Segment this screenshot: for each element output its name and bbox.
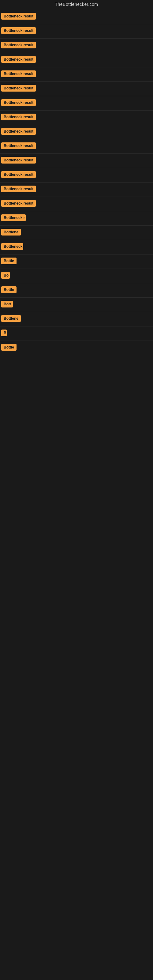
badge-row: Bottle — [0, 255, 153, 269]
badge-row: B — [0, 326, 153, 341]
badge-row: Bottleneck — [0, 240, 153, 255]
bottleneck-result-badge[interactable]: Bottlene — [1, 229, 21, 235]
bottleneck-result-badge[interactable]: Bo — [1, 272, 10, 279]
bottleneck-result-badge[interactable]: Bott — [1, 301, 13, 307]
bottleneck-result-badge[interactable]: Bottleneck result — [1, 85, 36, 92]
badge-row: Bottleneck result — [0, 125, 153, 139]
badge-row: Bott — [0, 298, 153, 312]
badge-row: Bottle — [0, 283, 153, 298]
bottleneck-result-badge[interactable]: Bottleneck result — [1, 142, 36, 149]
bottleneck-result-badge[interactable]: Bottleneck result — [1, 27, 36, 34]
bottleneck-result-badge[interactable]: Bottleneck result — [1, 99, 36, 106]
bottleneck-result-badge[interactable]: Bottle — [1, 344, 16, 351]
badge-row: Bottle — [0, 341, 153, 355]
badge-row: Bottlene — [0, 312, 153, 326]
badge-row: Bottleneck r — [0, 211, 153, 226]
badge-row: Bottleneck result — [0, 197, 153, 211]
bottleneck-result-badge[interactable]: Bottleneck result — [1, 114, 36, 120]
site-title: TheBottlenecker.com — [0, 0, 153, 10]
bottleneck-result-badge[interactable]: Bottleneck result — [1, 70, 36, 77]
bottleneck-result-badge[interactable]: Bottle — [1, 286, 16, 293]
badge-row: Bottleneck result — [0, 183, 153, 197]
badge-row: Bottleneck result — [0, 111, 153, 125]
bottleneck-result-badge[interactable]: Bottleneck result — [1, 200, 36, 207]
badge-row: Bottleneck result — [0, 154, 153, 168]
bottleneck-result-badge[interactable]: Bottleneck — [1, 243, 23, 250]
badge-row: Bottleneck result — [0, 67, 153, 82]
bottleneck-result-badge[interactable]: Bottleneck result — [1, 171, 36, 178]
badge-row: Bottleneck result — [0, 24, 153, 38]
badge-row: Bottleneck result — [0, 168, 153, 183]
bottleneck-result-badge[interactable]: Bottleneck result — [1, 56, 36, 63]
badge-row: Bottleneck result — [0, 82, 153, 96]
badge-row: Bottleneck result — [0, 53, 153, 67]
bottleneck-result-badge[interactable]: Bottleneck result — [1, 157, 36, 164]
badge-row: Bo — [0, 269, 153, 283]
bottleneck-result-badge[interactable]: Bottleneck r — [1, 215, 26, 221]
bottleneck-result-badge[interactable]: Bottleneck result — [1, 13, 36, 20]
bottleneck-result-badge[interactable]: Bottleneck result — [1, 41, 36, 48]
bottleneck-result-badge[interactable]: Bottleneck result — [1, 186, 36, 192]
badge-row: Bottlene — [0, 226, 153, 240]
badge-row: Bottleneck result — [0, 10, 153, 24]
bottleneck-result-badge[interactable]: Bottlene — [1, 315, 21, 322]
bottleneck-result-badge[interactable]: B — [1, 329, 7, 336]
badge-row: Bottleneck result — [0, 139, 153, 154]
badge-row: Bottleneck result — [0, 96, 153, 111]
bottleneck-result-badge[interactable]: Bottle — [1, 258, 16, 264]
bottleneck-result-badge[interactable]: Bottleneck result — [1, 128, 36, 135]
badge-row: Bottleneck result — [0, 38, 153, 53]
